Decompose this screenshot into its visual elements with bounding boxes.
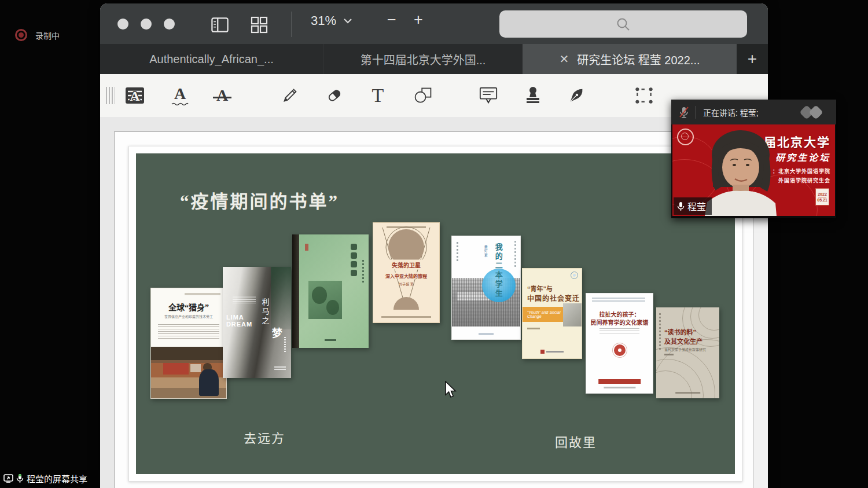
- header-divider: [696, 106, 696, 119]
- mic-icon: [677, 201, 685, 211]
- cover-photo: [308, 281, 342, 319]
- book-author: [664, 354, 674, 355]
- book-cover-global-body-shopping: 全球“猎身” 世界信息产业和印度的技术劳工: [150, 288, 227, 399]
- strikethrough-tool-button[interactable]: A: [209, 81, 236, 110]
- signature-tool-button[interactable]: [563, 81, 590, 110]
- stamp-tool-button[interactable]: [520, 81, 546, 110]
- screen: 录制中: [0, 0, 868, 488]
- screen-share-banner: 程莹的屏幕共享: [0, 470, 100, 487]
- toolbar-drag-handle[interactable]: [106, 87, 115, 104]
- toolbar-divider: [291, 12, 292, 37]
- new-tab-button[interactable]: +: [737, 44, 768, 74]
- shapes-icon: [413, 86, 433, 105]
- mic-muted-icon: [678, 106, 690, 119]
- text-tool-button[interactable]: T: [365, 81, 391, 110]
- tab-label: Authentically_African_...: [149, 53, 274, 66]
- publisher-mark: [325, 339, 336, 341]
- thumbnail-view-button[interactable]: [247, 14, 271, 36]
- highlight-text-tool-button[interactable]: A: [122, 81, 148, 110]
- book-title: 失落的卫星 深入中亚大陆的旅程 刘子超 著: [373, 259, 439, 287]
- underline-icon: A: [171, 86, 189, 106]
- slide-frame: “疫情期间的书单” 全球“猎身” 世界信息产业和印度的技术劳工: [128, 146, 742, 482]
- book-title-cn: 利马之: [260, 298, 271, 326]
- red-seal: [614, 344, 626, 356]
- fountain-pen-icon: [567, 85, 586, 106]
- stamp-icon: [523, 86, 543, 105]
- book-subtitle: 当代农家子弟成长叙事研究: [664, 347, 706, 352]
- eraser-tool-button[interactable]: [321, 81, 348, 110]
- tab-authentically-african[interactable]: Authentically_African_...: [100, 44, 323, 74]
- calligraphy-title: [351, 244, 357, 276]
- recording-label: 录制中: [35, 30, 60, 41]
- book-author: 黄灯 著: [483, 245, 488, 257]
- mouse-cursor: [444, 381, 458, 399]
- blurb-lines: [158, 324, 219, 339]
- record-icon: [15, 29, 27, 41]
- book-title: 拉扯大的孩子：: [586, 310, 653, 318]
- speaker-video-panel[interactable]: 正在讲话: 程莹; 届北京大学 研究生论坛 ：北京大学外国语学院 外国语学院研究…: [671, 100, 836, 218]
- tab-bar: Authentically_African_... 第十四届北京大学外国... …: [100, 44, 768, 74]
- zoom-in-button[interactable]: +: [410, 12, 426, 28]
- shapes-tool-button[interactable]: [410, 81, 436, 110]
- selection-rect-icon: [634, 85, 654, 106]
- search-input[interactable]: [499, 10, 747, 38]
- pencil-icon: [280, 85, 300, 106]
- tab-graduate-forum-active[interactable]: ✕ 研究生论坛 程莹 2022...: [523, 44, 737, 74]
- group-label-right: 回故里: [555, 432, 597, 450]
- book-title: 及其文化生产: [664, 336, 703, 346]
- english-title-band: "Youth" and Social Change: [523, 307, 564, 322]
- book-subtitle: 世界信息产业和印度的技术劳工: [151, 314, 226, 319]
- app-watermark-icon: [797, 105, 828, 119]
- text-tool-icon: T: [372, 85, 384, 107]
- preview-window: 31% − + Authentically_African_... 第十四届北京…: [100, 3, 768, 488]
- tab-pku-forum-doc[interactable]: 第十四届北京大学外国...: [323, 44, 523, 74]
- document-content-area: “疫情期间的书单” 全球“猎身” 世界信息产业和印度的技术劳工: [100, 117, 768, 488]
- note-tool-button[interactable]: [475, 81, 502, 110]
- cover-photo: [151, 347, 226, 398]
- book-cover-lost-satellite: 失落的卫星 深入中亚大陆的旅程 刘子超 著: [373, 222, 440, 323]
- book-title: 民间养育学的文化家谱: [586, 318, 653, 326]
- search-icon: [616, 17, 631, 32]
- book-title: 我的二本学生: [493, 243, 504, 299]
- date-stamp: 2022 05.21: [815, 188, 829, 206]
- sidebar-toggle-button[interactable]: [208, 14, 232, 36]
- book-author: 刘子超 著: [373, 281, 439, 287]
- fullscreen-window-button[interactable]: [164, 19, 175, 30]
- english-subtitle-lines: [599, 328, 639, 333]
- book-title: “读书的料”: [664, 327, 696, 336]
- publisher-bar: [598, 379, 641, 384]
- zoom-level-dropdown[interactable]: 31%: [307, 13, 356, 29]
- window-titlebar: 31% − +: [100, 3, 768, 44]
- group-label-left: 去远方: [244, 428, 285, 446]
- publisher-mark: [479, 333, 494, 335]
- zoom-out-button[interactable]: −: [384, 12, 400, 28]
- slide-canvas: “疫情期间的书单” 全球“猎身” 世界信息产业和印度的技术劳工: [136, 153, 735, 474]
- book-cover-dragged-up-children: 拉扯大的孩子： 民间养育学的文化家谱: [586, 293, 653, 394]
- publisher-logo: [571, 271, 578, 279]
- share-banner-label: 程莹的屏幕共享: [27, 472, 87, 485]
- mic-active-icon: [16, 474, 24, 483]
- series-line: [185, 293, 220, 295]
- document-page: “疫情期间的书单” 全球“猎身” 世界信息产业和印度的技术劳工: [114, 131, 755, 488]
- markup-toolbar: A A A: [100, 74, 768, 118]
- speaker-name: 程莹: [687, 199, 706, 213]
- book-title: 中国的社会变迁: [527, 293, 580, 303]
- close-tab-icon[interactable]: ✕: [559, 52, 569, 66]
- book-title-cn: 梦: [272, 325, 282, 340]
- speaker-video: 届北京大学 研究生论坛 ：北京大学外国语学院 外国语学院研究生会 202: [672, 124, 835, 216]
- selection-tool-button[interactable]: [631, 81, 657, 110]
- underline-tool-button[interactable]: A: [167, 81, 193, 110]
- minimize-window-button[interactable]: [141, 19, 152, 30]
- book-cover-green-hardcover: [292, 234, 369, 348]
- speaker-name-tag: 程莹: [674, 197, 712, 215]
- speaking-label: 正在讲话: 程莹;: [703, 107, 759, 118]
- sidebar-icon: [211, 17, 229, 33]
- slide-title: “疫情期间的书单”: [180, 187, 339, 213]
- traffic-lights: [117, 19, 175, 30]
- grid-view-icon: [251, 16, 268, 34]
- pencil-tool-button[interactable]: [277, 81, 303, 110]
- tab-label: 第十四届北京大学外国...: [361, 51, 486, 68]
- close-window-button[interactable]: [117, 19, 128, 30]
- book-cover-my-second-tier-students: 我的二本学生 黄灯 著: [451, 236, 521, 340]
- book-cover-reading-material: “读书的料” 及其文化生产 当代农家子弟成长叙事研究: [656, 307, 719, 398]
